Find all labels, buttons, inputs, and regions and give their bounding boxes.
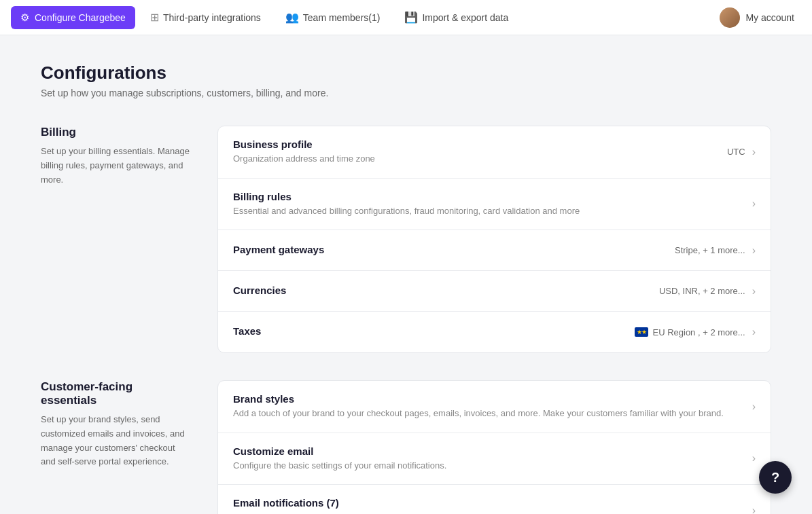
- billing-card-panel: Business profile Organization address an…: [217, 126, 771, 353]
- customize-email-desc: Configure the basic settings of your ema…: [233, 459, 752, 473]
- business-profile-info: Business profile Organization address an…: [233, 139, 727, 166]
- brand-styles-row[interactable]: Brand styles Add a touch of your brand t…: [218, 381, 771, 433]
- taxes-title: Taxes: [233, 325, 635, 337]
- people-icon: 👥: [285, 11, 299, 24]
- page-subtitle: Set up how you manage subscriptions, cus…: [41, 88, 771, 98]
- payment-gateways-row[interactable]: Payment gateways Stripe, + 1 more... ›: [218, 230, 771, 271]
- brand-styles-info: Brand styles Add a touch of your brand t…: [233, 393, 752, 420]
- billing-label-desc: Set up your billing essentials. Manage b…: [41, 145, 190, 187]
- customer-section: Customer-facing essentials Set up your b…: [41, 380, 771, 514]
- avatar: [720, 7, 740, 28]
- currencies-info: Currencies: [233, 284, 659, 298]
- chevron-right-icon: ›: [752, 452, 756, 464]
- top-navigation: ⚙ Configure Chargebee ⊞ Third-party inte…: [0, 0, 812, 35]
- help-icon: ?: [771, 470, 779, 485]
- payment-gateways-title: Payment gateways: [233, 244, 675, 255]
- customer-card-panel: Brand styles Add a touch of your brand t…: [217, 380, 771, 514]
- my-account-button[interactable]: My account: [713, 3, 801, 32]
- database-icon: 💾: [404, 11, 418, 24]
- taxes-meta: ★★ EU Region , + 2 more...: [635, 327, 745, 337]
- brand-styles-title: Brand styles: [233, 393, 752, 405]
- configure-chargebee-label: Configure Chargebee: [35, 12, 126, 23]
- main-content: Configurations Set up how you manage sub…: [0, 35, 812, 514]
- customize-email-title: Customize email: [233, 445, 752, 457]
- chevron-right-icon: ›: [752, 285, 756, 297]
- taxes-info: Taxes: [233, 325, 635, 339]
- billing-rules-info: Billing rules Essential and advanced bil…: [233, 191, 752, 218]
- chevron-right-icon: ›: [752, 326, 756, 338]
- chevron-right-icon: ›: [752, 504, 756, 514]
- configure-chargebee-button[interactable]: ⚙ Configure Chargebee: [11, 6, 135, 29]
- customize-email-row[interactable]: Customize email Configure the basic sett…: [218, 433, 771, 485]
- business-profile-title: Business profile: [233, 139, 727, 150]
- billing-rules-row[interactable]: Billing rules Essential and advanced bil…: [218, 179, 771, 231]
- email-notifications-desc: Enable and customize your email notifica…: [233, 511, 752, 514]
- customer-label-title: Customer-facing essentials: [41, 380, 190, 407]
- payment-gateways-meta: Stripe, + 1 more...: [675, 245, 745, 255]
- business-profile-meta: UTC: [727, 147, 745, 157]
- currencies-row[interactable]: Currencies USD, INR, + 2 more... ›: [218, 271, 771, 312]
- page-title: Configurations: [41, 62, 771, 84]
- business-profile-row[interactable]: Business profile Organization address an…: [218, 126, 771, 179]
- currencies-meta: USD, INR, + 2 more...: [659, 286, 745, 296]
- third-party-integrations-button[interactable]: ⊞ Third-party integrations: [141, 5, 270, 29]
- chevron-right-icon: ›: [752, 198, 756, 210]
- billing-rules-title: Billing rules: [233, 191, 752, 202]
- help-button[interactable]: ?: [759, 461, 792, 494]
- chevron-right-icon: ›: [752, 401, 756, 413]
- email-notifications-title: Email notifications (7): [233, 497, 752, 509]
- gear-icon: ⚙: [20, 12, 29, 24]
- grid-icon: ⊞: [150, 11, 159, 24]
- billing-section: Billing Set up your billing essentials. …: [41, 126, 771, 353]
- email-notifications-row[interactable]: Email notifications (7) Enable and custo…: [218, 485, 771, 514]
- team-members-button[interactable]: 👥 Team members(1): [276, 5, 390, 29]
- customer-label-desc: Set up your brand styles, send customize…: [41, 413, 190, 469]
- billing-label-title: Billing: [41, 126, 190, 139]
- customer-section-label: Customer-facing essentials Set up your b…: [41, 380, 190, 469]
- chevron-right-icon: ›: [752, 244, 756, 257]
- customize-email-info: Customize email Configure the basic sett…: [233, 445, 752, 473]
- business-profile-desc: Organization address and time zone: [233, 152, 727, 166]
- taxes-row[interactable]: Taxes ★★ EU Region , + 2 more... ›: [218, 312, 771, 352]
- currencies-title: Currencies: [233, 284, 659, 296]
- eu-flag-icon: ★★: [635, 327, 648, 337]
- billing-rules-desc: Essential and advanced billing configura…: [233, 204, 752, 218]
- import-export-button[interactable]: 💾 Import & export data: [395, 5, 518, 29]
- payment-gateways-info: Payment gateways: [233, 244, 675, 257]
- chevron-right-icon: ›: [752, 146, 756, 158]
- brand-styles-desc: Add a touch of your brand to your checko…: [233, 407, 752, 420]
- email-notifications-info: Email notifications (7) Enable and custo…: [233, 497, 752, 514]
- billing-section-label: Billing Set up your billing essentials. …: [41, 126, 190, 187]
